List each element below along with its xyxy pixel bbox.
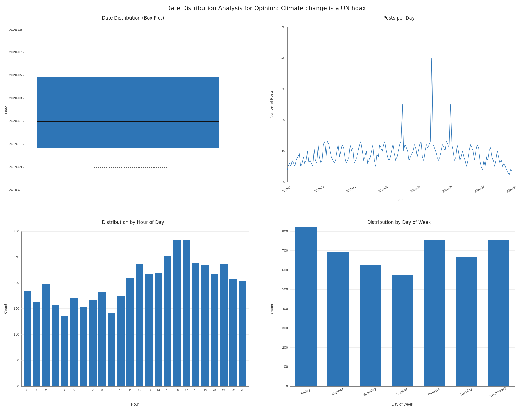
svg-text:0: 0 xyxy=(26,388,28,392)
svg-text:0: 0 xyxy=(17,384,19,388)
svg-text:Tuesday: Tuesday xyxy=(459,387,473,397)
svg-text:50: 50 xyxy=(16,358,19,362)
svg-text:21: 21 xyxy=(222,388,225,392)
svg-text:Date: Date xyxy=(396,198,404,202)
svg-text:10: 10 xyxy=(119,388,122,392)
svg-text:8: 8 xyxy=(101,388,103,392)
svg-text:2019-09: 2019-09 xyxy=(9,165,22,169)
charts-grid: Date Distribution (Box Plot) 2019-07 201… xyxy=(0,13,532,420)
svg-text:9: 9 xyxy=(111,388,112,392)
svg-rect-146 xyxy=(456,257,477,386)
boxplot-title: Date Distribution (Box Plot) xyxy=(3,15,263,21)
hour-bar-title: Distribution by Hour of Day xyxy=(3,220,263,225)
svg-text:200: 200 xyxy=(282,345,288,349)
svg-text:12: 12 xyxy=(138,388,141,392)
svg-text:200: 200 xyxy=(13,281,19,285)
boxplot-cell: Date Distribution (Box Plot) 2019-07 201… xyxy=(0,13,266,217)
svg-text:Hour: Hour xyxy=(131,402,139,406)
svg-rect-142 xyxy=(392,275,413,386)
svg-rect-138 xyxy=(327,252,349,386)
dow-bar-svg: 0 100 200 300 400 500 600 700 800 Count … xyxy=(269,226,520,408)
svg-text:2020-03: 2020-03 xyxy=(410,185,421,193)
svg-text:300: 300 xyxy=(13,229,19,233)
svg-text:Monday: Monday xyxy=(331,387,344,396)
svg-text:Number of Posts: Number of Posts xyxy=(269,91,273,118)
svg-rect-79 xyxy=(80,307,87,386)
svg-text:150: 150 xyxy=(13,306,19,310)
svg-rect-22 xyxy=(37,77,219,148)
svg-text:2: 2 xyxy=(45,388,47,392)
boxplot-svg: 2019-07 2019-09 2019-11 2020-01 2020-03 … xyxy=(3,22,254,203)
svg-text:3: 3 xyxy=(55,388,56,392)
svg-text:2019-07: 2019-07 xyxy=(282,185,292,193)
svg-text:100: 100 xyxy=(13,332,19,336)
hour-bar-cell: Distribution by Hour of Day 0 50 100 150… xyxy=(0,217,266,420)
svg-text:Friday: Friday xyxy=(300,387,311,396)
svg-text:30: 30 xyxy=(282,87,285,91)
svg-text:600: 600 xyxy=(282,268,288,272)
dow-bar-title: Distribution by Day of Week xyxy=(269,220,529,225)
svg-text:2020-05: 2020-05 xyxy=(9,73,22,77)
svg-text:Saturday: Saturday xyxy=(363,386,377,397)
bar-0 xyxy=(24,291,31,386)
svg-text:100: 100 xyxy=(282,365,288,369)
svg-text:18: 18 xyxy=(194,388,197,392)
svg-rect-83 xyxy=(98,292,106,386)
svg-text:2020-07: 2020-07 xyxy=(9,50,22,54)
svg-text:800: 800 xyxy=(282,229,288,233)
svg-rect-97 xyxy=(164,256,171,386)
svg-text:Thursday: Thursday xyxy=(427,386,441,397)
svg-text:2019-11: 2019-11 xyxy=(9,142,22,146)
svg-text:300: 300 xyxy=(282,326,288,330)
svg-text:700: 700 xyxy=(282,248,288,252)
svg-rect-81 xyxy=(89,300,97,386)
svg-text:40: 40 xyxy=(282,56,285,60)
svg-text:Day of Week: Day of Week xyxy=(392,402,413,406)
svg-text:13: 13 xyxy=(147,388,151,392)
svg-rect-89 xyxy=(126,278,134,386)
svg-text:Sunday: Sunday xyxy=(396,387,408,396)
linechart-title: Posts per Day xyxy=(269,15,529,21)
svg-text:2020-01: 2020-01 xyxy=(9,119,22,123)
svg-text:50: 50 xyxy=(282,25,285,29)
svg-rect-95 xyxy=(155,273,162,386)
svg-text:2020-01: 2020-01 xyxy=(378,185,389,193)
svg-text:1: 1 xyxy=(36,388,37,392)
svg-text:0: 0 xyxy=(283,180,285,184)
svg-text:2020-05: 2020-05 xyxy=(442,185,453,193)
svg-text:Count: Count xyxy=(3,304,7,314)
svg-text:Date: Date xyxy=(4,106,8,114)
svg-text:16: 16 xyxy=(175,388,179,392)
svg-text:2020-03: 2020-03 xyxy=(9,96,22,100)
svg-text:2020-09: 2020-09 xyxy=(506,185,517,193)
svg-rect-99 xyxy=(173,240,181,386)
hour-bar-svg: 0 50 100 150 200 250 300 Count Hour 0 1 … xyxy=(3,226,254,408)
svg-rect-103 xyxy=(192,263,199,386)
svg-text:15: 15 xyxy=(166,388,169,392)
svg-text:19: 19 xyxy=(203,388,207,392)
svg-text:20: 20 xyxy=(213,388,216,392)
linechart-cell: Posts per Day 0 10 20 30 40 50 Number of… xyxy=(266,13,532,217)
svg-rect-111 xyxy=(229,279,237,386)
dow-bar-cell: Distribution by Day of Week 0 100 200 30… xyxy=(266,217,532,420)
svg-rect-77 xyxy=(70,298,78,386)
svg-text:7: 7 xyxy=(92,388,94,392)
svg-rect-91 xyxy=(136,264,143,386)
svg-rect-85 xyxy=(108,313,115,386)
svg-text:22: 22 xyxy=(232,388,235,392)
svg-text:0: 0 xyxy=(286,384,288,388)
svg-text:500: 500 xyxy=(282,287,288,291)
svg-rect-101 xyxy=(183,240,190,386)
svg-rect-140 xyxy=(360,265,381,386)
svg-rect-69 xyxy=(33,302,40,386)
svg-rect-148 xyxy=(488,240,509,386)
svg-text:Wednesday: Wednesday xyxy=(489,385,507,398)
svg-rect-136 xyxy=(295,227,317,386)
svg-rect-87 xyxy=(117,296,125,386)
svg-text:Count: Count xyxy=(270,304,274,314)
svg-rect-105 xyxy=(201,265,209,386)
svg-rect-109 xyxy=(220,264,228,386)
page-title: Date Distribution Analysis for Opinion: … xyxy=(0,0,532,13)
svg-text:23: 23 xyxy=(241,388,244,392)
svg-text:4: 4 xyxy=(64,388,65,392)
